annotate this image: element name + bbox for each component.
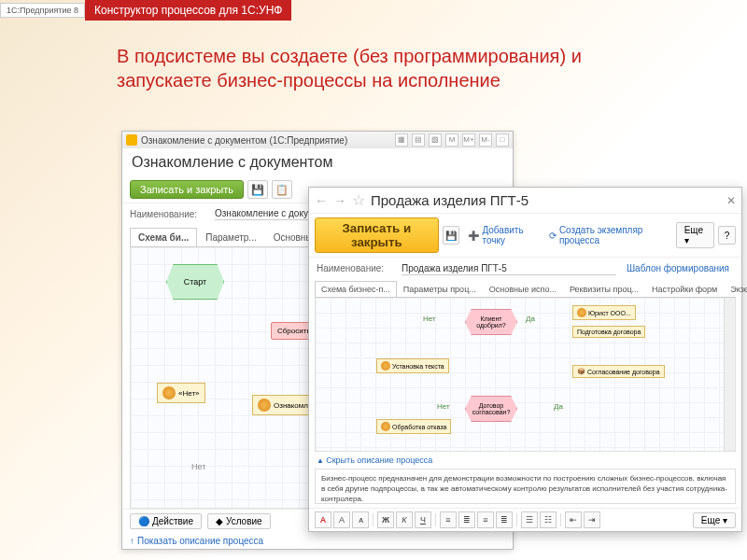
page-banner: Конструктор процессов для 1С:УНФ: [85, 0, 291, 21]
nav-fwd-icon[interactable]: →: [333, 193, 346, 208]
font-icon[interactable]: ᴀ: [352, 511, 369, 528]
tab-requisites[interactable]: Реквизиты проц...: [563, 281, 645, 297]
label-no: Нет: [437, 402, 450, 411]
task-approve[interactable]: 📦Согласование договора: [572, 365, 665, 378]
window2-title: Продажа изделия ПГТ-5: [371, 192, 721, 208]
format-more-button[interactable]: Еще ▾: [693, 512, 736, 528]
user-icon: [381, 422, 390, 431]
name-label: Наименование:: [130, 209, 209, 219]
decision-client[interactable]: Клиент одобрил?: [465, 309, 517, 335]
copy-icon[interactable]: 📋: [272, 180, 292, 199]
window-title: Ознакомление с документом (1С:Предприяти…: [141, 135, 347, 146]
label-no: Нет: [423, 315, 436, 323]
add-point-button[interactable]: ➕ Добавить точку: [463, 223, 540, 247]
tab-instances[interactable]: Экземпляры: [724, 281, 747, 297]
titlebar: Ознакомление с документом (1С:Предприяти…: [122, 132, 513, 148]
outdent-icon[interactable]: ⇤: [565, 511, 582, 528]
bold-icon[interactable]: Ж: [377, 511, 394, 528]
app-icon: [126, 134, 137, 146]
tb-calc-icon[interactable]: ▤: [412, 133, 425, 147]
tab-forms[interactable]: Настройки форм: [645, 281, 724, 297]
nav-back-icon[interactable]: ←: [315, 193, 328, 208]
align-right-icon[interactable]: ≡: [477, 511, 494, 528]
tab-schema[interactable]: Схема бизнес-п...: [315, 281, 397, 297]
tab-performers[interactable]: Основные испо...: [483, 281, 563, 297]
scrollbar[interactable]: [724, 298, 735, 451]
show-description-link[interactable]: Показать описание процесса: [122, 533, 513, 549]
description-text[interactable]: Бизнес-процесс предназначен для демонстр…: [315, 469, 736, 504]
align-justify-icon[interactable]: ≣: [496, 511, 513, 528]
save-icon[interactable]: 💾: [443, 226, 460, 245]
task-reject[interactable]: Обработка отказа: [376, 419, 451, 434]
add-condition-button[interactable]: ◆ Условие: [207, 513, 271, 529]
add-action-button[interactable]: 🔵 Действие: [130, 513, 202, 529]
task-settext[interactable]: Установка текста: [376, 358, 449, 373]
tb-m-icon[interactable]: M: [445, 133, 458, 147]
tab-schema[interactable]: Схема би...: [130, 228, 197, 246]
list-bullet-icon[interactable]: ☰: [521, 511, 538, 528]
cond-no: Нет: [191, 462, 205, 471]
create-instance-button[interactable]: ⟳ Создать экземпляр процесса: [544, 223, 669, 247]
tab-params[interactable]: Параметры проц...: [397, 281, 483, 297]
task-prepare[interactable]: Подготовка договора: [572, 326, 645, 338]
node-start[interactable]: Старт: [166, 264, 224, 300]
font-color-icon[interactable]: A: [315, 511, 331, 528]
indent-icon[interactable]: ⇥: [584, 511, 600, 528]
node-net-label: «Нет»: [178, 389, 200, 398]
doc-title: Ознакомление с документом: [122, 148, 513, 176]
node-net[interactable]: «Нет»: [157, 383, 205, 403]
save-close-button[interactable]: Записать и закрыть: [130, 180, 244, 199]
list-number-icon[interactable]: ☷: [540, 511, 557, 528]
tb-mplus-icon[interactable]: M+: [462, 133, 475, 147]
tb-mminus-icon[interactable]: M-: [479, 133, 492, 147]
headline: В подсистеме вы создаете (без программир…: [117, 44, 630, 92]
template-link[interactable]: Шаблон формирования: [622, 261, 734, 275]
label-yes: Да: [554, 402, 563, 411]
bg-color-icon[interactable]: A: [333, 511, 350, 528]
align-left-icon[interactable]: ≡: [440, 511, 457, 528]
hide-description-link[interactable]: Скрыть описание процесса: [309, 452, 741, 469]
close-icon[interactable]: ✕: [726, 194, 736, 207]
user-icon: [162, 386, 176, 399]
flow-canvas[interactable]: Клиент одобрил? Нет Да Юрист ООО... Подг…: [315, 298, 736, 452]
task-lawyer[interactable]: Юрист ООО...: [572, 305, 636, 320]
align-center-icon[interactable]: ≣: [458, 511, 475, 528]
more-button[interactable]: Еще ▾: [676, 222, 715, 248]
name-label: Наименование:: [317, 263, 396, 273]
name-input[interactable]: Продажа изделия ПГТ-5: [402, 262, 616, 275]
tab-params[interactable]: Параметр...: [197, 228, 264, 246]
user-icon: [258, 399, 271, 412]
app-tag: 1С:Предприятие 8: [0, 3, 85, 18]
save-close-button[interactable]: Записать и закрыть: [315, 217, 439, 253]
tb-minimize-icon[interactable]: □: [496, 133, 509, 147]
underline-icon[interactable]: Ч: [415, 511, 431, 528]
star-icon[interactable]: ☆: [352, 191, 365, 209]
save-icon[interactable]: 💾: [247, 180, 268, 199]
user-icon: [381, 361, 390, 371]
window-sale: ← → ☆ Продажа изделия ПГТ-5 ✕ Записать и…: [308, 187, 742, 532]
italic-icon[interactable]: К: [396, 511, 413, 528]
decision-agreed[interactable]: Договор согласован?: [465, 396, 517, 422]
tb-cal-icon[interactable]: ▧: [429, 133, 442, 147]
help-icon[interactable]: ?: [718, 226, 736, 245]
tb-tool-icon[interactable]: ▦: [395, 133, 408, 147]
user-icon: [577, 308, 586, 317]
label-yes: Да: [526, 315, 535, 323]
